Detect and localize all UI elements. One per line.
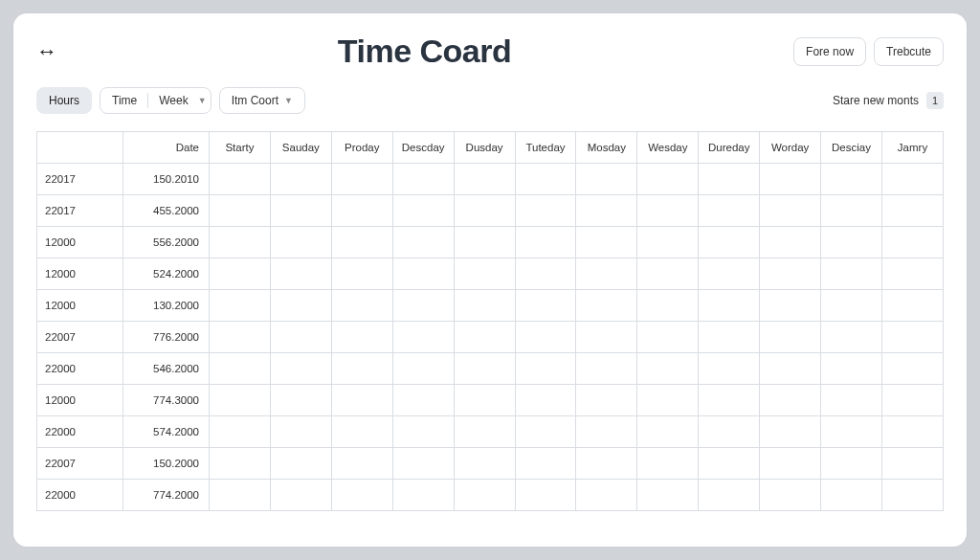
table-cell[interactable] xyxy=(454,164,515,195)
table-cell[interactable] xyxy=(699,480,760,511)
table-cell[interactable] xyxy=(454,353,515,385)
table-cell[interactable] xyxy=(637,164,699,195)
table-cell[interactable] xyxy=(515,227,576,258)
table-cell[interactable] xyxy=(454,258,515,290)
table-cell[interactable] xyxy=(210,448,271,480)
table-cell[interactable] xyxy=(699,385,760,416)
table-cell[interactable] xyxy=(637,448,699,480)
table-cell[interactable] xyxy=(881,164,943,195)
table-cell[interactable] xyxy=(576,480,637,511)
table-cell[interactable] xyxy=(576,353,637,385)
table-cell[interactable] xyxy=(699,322,760,353)
table-row[interactable]: 22000574.2000 xyxy=(37,416,944,448)
table-cell[interactable] xyxy=(637,322,699,353)
table-cell[interactable] xyxy=(210,195,271,227)
table-cell[interactable] xyxy=(515,385,576,416)
table-cell[interactable] xyxy=(637,416,699,448)
table-cell[interactable] xyxy=(331,448,392,480)
item-coort-select[interactable]: Itm Coort ▼ xyxy=(219,87,305,114)
table-cell[interactable]: 12000 xyxy=(37,385,123,416)
table-cell[interactable] xyxy=(210,258,271,290)
table-cell[interactable] xyxy=(515,416,576,448)
table-cell[interactable] xyxy=(270,448,331,480)
table-cell[interactable] xyxy=(210,290,271,322)
table-cell[interactable] xyxy=(881,448,943,480)
table-cell[interactable]: 12000 xyxy=(37,227,123,258)
table-cell[interactable] xyxy=(699,353,760,385)
table-cell[interactable] xyxy=(637,195,699,227)
table-cell[interactable] xyxy=(576,322,637,353)
table-cell[interactable] xyxy=(760,164,821,195)
table-cell[interactable] xyxy=(454,448,515,480)
table-cell[interactable] xyxy=(821,290,882,322)
table-cell[interactable] xyxy=(210,416,271,448)
table-cell[interactable] xyxy=(270,385,331,416)
table-cell[interactable] xyxy=(821,227,882,258)
table-cell[interactable]: 22000 xyxy=(37,353,123,385)
table-cell[interactable] xyxy=(576,290,637,322)
table-cell[interactable] xyxy=(392,164,454,195)
table-cell[interactable] xyxy=(454,416,515,448)
table-cell[interactable] xyxy=(699,258,760,290)
table-cell[interactable] xyxy=(392,416,454,448)
table-cell[interactable]: 774.2000 xyxy=(123,480,210,511)
table-cell[interactable] xyxy=(331,290,392,322)
table-cell[interactable] xyxy=(210,353,271,385)
table-row[interactable]: 22000774.2000 xyxy=(37,480,944,511)
table-cell[interactable] xyxy=(210,164,271,195)
table-cell[interactable] xyxy=(699,290,760,322)
table-cell[interactable] xyxy=(699,416,760,448)
table-cell[interactable] xyxy=(270,195,331,227)
table-cell[interactable]: 12000 xyxy=(37,258,123,290)
table-cell[interactable] xyxy=(760,227,821,258)
table-cell[interactable] xyxy=(331,227,392,258)
trebcute-button[interactable]: Trebcute xyxy=(874,37,944,66)
table-cell[interactable] xyxy=(515,164,576,195)
table-cell[interactable] xyxy=(821,322,882,353)
table-cell[interactable] xyxy=(821,448,882,480)
table-cell[interactable] xyxy=(210,322,271,353)
table-cell[interactable] xyxy=(270,353,331,385)
table-cell[interactable] xyxy=(515,480,576,511)
table-cell[interactable] xyxy=(881,258,943,290)
table-cell[interactable] xyxy=(392,258,454,290)
table-cell[interactable] xyxy=(210,227,271,258)
table-cell[interactable] xyxy=(760,448,821,480)
table-cell[interactable] xyxy=(637,227,699,258)
table-cell[interactable] xyxy=(821,480,882,511)
table-cell[interactable] xyxy=(881,385,943,416)
table-row[interactable]: 12000524.2000 xyxy=(37,258,944,290)
table-cell[interactable] xyxy=(699,227,760,258)
table-cell[interactable]: 150.2010 xyxy=(123,164,210,195)
table-cell[interactable] xyxy=(331,258,392,290)
table-cell[interactable] xyxy=(760,353,821,385)
table-cell[interactable] xyxy=(392,227,454,258)
table-cell[interactable] xyxy=(760,385,821,416)
table-cell[interactable] xyxy=(699,448,760,480)
table-cell[interactable] xyxy=(331,353,392,385)
table-cell[interactable] xyxy=(270,258,331,290)
count-badge[interactable]: 1 xyxy=(926,92,944,109)
table-cell[interactable]: 776.2000 xyxy=(123,322,210,353)
table-cell[interactable] xyxy=(821,164,882,195)
table-row[interactable]: 22007776.2000 xyxy=(37,322,944,353)
table-cell[interactable] xyxy=(576,164,637,195)
table-cell[interactable] xyxy=(270,227,331,258)
table-cell[interactable] xyxy=(881,195,943,227)
table-row[interactable]: 12000774.3000 xyxy=(37,385,944,416)
table-cell[interactable] xyxy=(392,290,454,322)
table-cell[interactable] xyxy=(637,258,699,290)
table-cell[interactable]: 546.2000 xyxy=(123,353,210,385)
back-arrows-icon[interactable]: ↔ xyxy=(36,39,56,64)
table-cell[interactable] xyxy=(210,385,271,416)
table-row[interactable]: 22017455.2000 xyxy=(37,195,944,227)
table-row[interactable]: 12000130.2000 xyxy=(37,290,944,322)
table-cell[interactable]: 774.3000 xyxy=(123,385,210,416)
table-cell[interactable]: 130.2000 xyxy=(123,290,210,322)
table-cell[interactable] xyxy=(576,416,637,448)
table-cell[interactable] xyxy=(821,353,882,385)
table-cell[interactable] xyxy=(699,164,760,195)
table-cell[interactable] xyxy=(454,385,515,416)
table-cell[interactable] xyxy=(454,195,515,227)
table-cell[interactable] xyxy=(331,322,392,353)
